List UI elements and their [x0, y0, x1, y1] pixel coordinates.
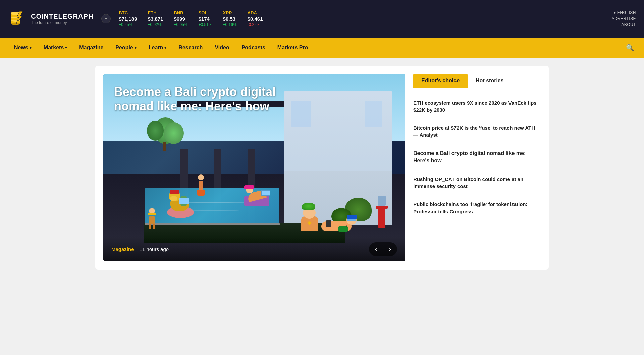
tab-editors-choice[interactable]: Editor's choice: [413, 74, 468, 88]
advertise-link[interactable]: ADVERTISE: [612, 16, 636, 21]
logo-icon: [8, 9, 27, 28]
story-item-1[interactable]: ETH ecosystem users 9X since 2020 as Van…: [413, 94, 541, 119]
ticker-collapse-button[interactable]: ▾: [101, 14, 111, 23]
chevron-down-icon: ▾: [65, 46, 67, 50]
ticker-name-bnb: BNB: [174, 10, 187, 15]
chevron-down-icon: ▾: [614, 10, 616, 15]
nav-item-research[interactable]: Research: [172, 38, 209, 58]
nav-item-video[interactable]: Video: [209, 38, 235, 58]
hero-section: ◈: [103, 74, 405, 261]
hero-prev-button[interactable]: ‹: [369, 242, 383, 256]
about-link[interactable]: ABOUT: [621, 22, 636, 27]
ticker-name-sol: SOL: [199, 10, 212, 15]
ticker-change-sol: +0.51%: [199, 22, 212, 27]
nav-item-people[interactable]: People ▾: [109, 38, 142, 58]
nav-bar: News ▾ Markets ▾ Magazine People ▾ Learn…: [0, 38, 644, 58]
ticker-item-sol[interactable]: SOL $174 +0.51%: [199, 10, 212, 27]
story-list: ETH ecosystem users 9X since 2020 as Van…: [413, 94, 541, 220]
story-item-4[interactable]: Rushing OP_CAT on Bitcoin could come at …: [413, 170, 541, 195]
site-tagline: The future of money: [31, 20, 93, 25]
ticker-item-ada[interactable]: ADA $0.461 -0.22%: [248, 10, 263, 27]
ticker-name-xrp: XRP: [223, 10, 237, 15]
nav-label-podcasts: Podcasts: [241, 45, 265, 51]
site-name: COINTELEGRAPH: [31, 13, 93, 20]
story-title-3: Become a Bali crypto digital nomad like …: [413, 150, 541, 165]
tab-hot-stories[interactable]: Hot stories: [468, 74, 512, 88]
ticker-item-bnb[interactable]: BNB $699 +0.05%: [174, 10, 187, 27]
nav-label-video: Video: [215, 45, 229, 51]
ticker-price-sol: $174: [199, 16, 212, 22]
top-bar: COINTELEGRAPH The future of money ▾ BTC …: [0, 0, 644, 38]
story-item-2[interactable]: Bitcoin price at $72K is the 'fuse' to r…: [413, 119, 541, 144]
nav-label-news: News: [14, 45, 28, 51]
sidebar-tabs: Editor's choice Hot stories: [413, 74, 541, 88]
nav-label-people: People: [115, 45, 133, 51]
search-button[interactable]: 🔍: [624, 42, 636, 54]
chevron-down-icon: ▾: [30, 46, 32, 50]
nav-item-learn[interactable]: Learn ▾: [143, 38, 173, 58]
nav-label-markets-pro: Markets Pro: [277, 45, 308, 51]
nav-item-news[interactable]: News ▾: [8, 38, 38, 58]
nav-item-markets[interactable]: Markets ▾: [38, 38, 73, 58]
ticker-item-btc[interactable]: BTC $71,189 +0.25%: [119, 10, 137, 27]
sidebar: Editor's choice Hot stories ETH ecosyste…: [413, 74, 541, 261]
ticker-change-eth: +0.92%: [148, 22, 163, 27]
hero-navigation: ‹ ›: [369, 242, 397, 256]
logo-area: COINTELEGRAPH The future of money: [8, 9, 93, 28]
search-icon: 🔍: [626, 44, 634, 52]
ticker-change-ada: -0.22%: [248, 22, 263, 27]
hero-image: ◈: [103, 74, 405, 261]
ticker-name-eth: ETH: [148, 10, 163, 15]
ticker-change-bnb: +0.05%: [174, 22, 187, 27]
ticker-list: BTC $71,189 +0.25% ETH $3,871 +0.92% BNB…: [119, 10, 603, 27]
ticker-change-xrp: +0.16%: [223, 22, 237, 27]
nav-label-magazine: Magazine: [79, 45, 103, 51]
hero-category: Magazine: [111, 246, 134, 252]
ticker-name-btc: BTC: [119, 10, 137, 15]
ticker-price-eth: $3,871: [148, 16, 163, 22]
ticker-item-eth[interactable]: ETH $3,871 +0.92%: [148, 10, 163, 27]
ticker-name-ada: ADA: [248, 10, 263, 15]
ticker-change-btc: +0.25%: [119, 22, 137, 27]
nav-label-research: Research: [178, 45, 203, 51]
story-title-5: Public blockchains too 'fragile' for tok…: [413, 201, 541, 215]
hero-title: Become a Bali crypto digital nomad like …: [114, 84, 315, 113]
hero-meta: Magazine 11 hours ago: [111, 246, 169, 252]
chevron-down-icon: ▾: [135, 46, 137, 50]
language-selector[interactable]: ▾ ENGLISH: [614, 10, 636, 15]
nav-label-learn: Learn: [149, 45, 163, 51]
content-card: ◈: [95, 66, 549, 270]
main-content: ◈: [87, 66, 557, 270]
nav-item-podcasts[interactable]: Podcasts: [235, 38, 271, 58]
story-title-4: Rushing OP_CAT on Bitcoin could come at …: [413, 176, 541, 190]
nav-item-magazine[interactable]: Magazine: [73, 38, 109, 58]
story-title-2: Bitcoin price at $72K is the 'fuse' to r…: [413, 124, 541, 138]
ticker-price-btc: $71,189: [119, 16, 137, 22]
story-item-5[interactable]: Public blockchains too 'fragile' for tok…: [413, 195, 541, 220]
logo-text: COINTELEGRAPH The future of money: [31, 13, 93, 25]
ticker-price-xrp: $0.53: [223, 16, 237, 22]
ticker-price-bnb: $699: [174, 16, 187, 22]
hero-time: 11 hours ago: [140, 246, 169, 252]
nav-item-markets-pro[interactable]: Markets Pro: [271, 38, 314, 58]
nav-label-markets: Markets: [44, 45, 64, 51]
hero-next-button[interactable]: ›: [383, 242, 397, 256]
ticker-price-ada: $0.461: [248, 16, 263, 22]
language-link[interactable]: ENGLISH: [617, 10, 636, 15]
story-title-1: ETH ecosystem users 9X since 2020 as Van…: [413, 99, 541, 113]
story-item-3[interactable]: Become a Bali crypto digital nomad like …: [413, 144, 541, 170]
chevron-down-icon: ▾: [164, 46, 166, 50]
hero-footer: Magazine 11 hours ago ‹ ›: [103, 237, 405, 261]
top-right-links: ▾ ENGLISH ADVERTISE ABOUT: [612, 10, 636, 27]
ticker-item-xrp[interactable]: XRP $0.53 +0.16%: [223, 10, 237, 27]
